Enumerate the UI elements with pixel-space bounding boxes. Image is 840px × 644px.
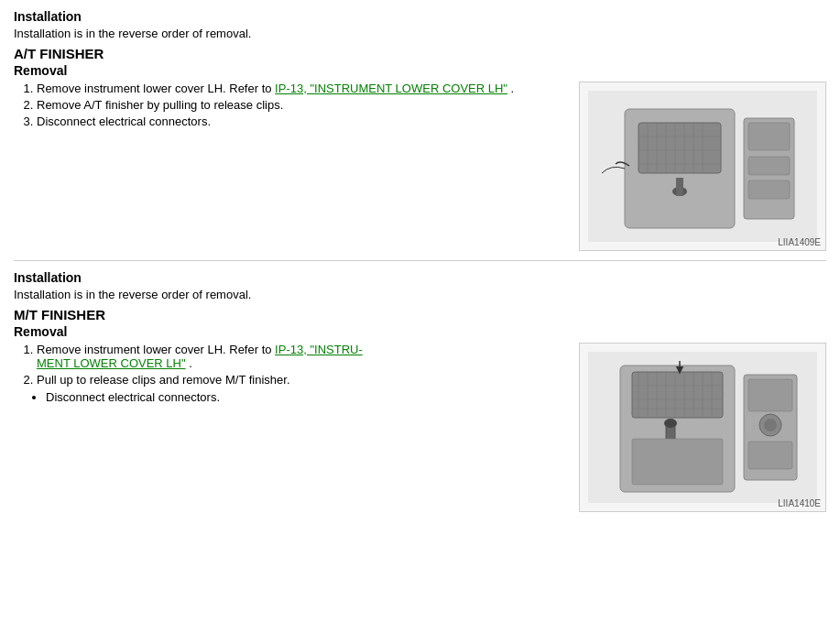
svg-point-35 (664, 419, 677, 428)
mt-image-label: LIIA1410E (778, 498, 821, 508)
mt-installation-desc: Installation is in the reverse order of … (14, 288, 826, 301)
mt-diagram-box: LIIA1410E (579, 343, 826, 512)
svg-rect-16 (748, 123, 790, 150)
svg-rect-18 (748, 180, 790, 199)
at-link-1[interactable]: IP-13, "INSTRUMENT LOWER COVER LH" (275, 82, 507, 95)
mt-installation-title: Installation (14, 270, 826, 285)
at-image-label: LIIA1409E (778, 237, 821, 247)
mt-steps-list: Remove instrument lower cover LH. Refer … (14, 343, 570, 387)
at-text-column: Remove instrument lower cover LH. Refer … (14, 82, 570, 251)
at-diagram-box: LIIA1409E (579, 82, 826, 251)
at-step-2: Remove A/T finisher by pulling to releas… (37, 98, 570, 112)
at-finisher-title: A/T FINISHER (14, 46, 826, 61)
mt-step-2: Pull up to release clips and remove M/T … (37, 373, 570, 387)
svg-rect-2 (638, 123, 721, 173)
mt-finisher-section: Installation Installation is in the reve… (14, 270, 826, 512)
mt-bullet-list: Disconnect electrical connectors. (14, 390, 570, 404)
at-diagram-svg (588, 91, 817, 242)
mt-bullet-1: Disconnect electrical connectors. (46, 390, 570, 404)
mt-diagram-svg (588, 352, 817, 503)
mt-finisher-title: M/T FINISHER (14, 307, 826, 322)
svg-rect-41 (748, 442, 792, 469)
at-removal-title: Removal (14, 63, 826, 78)
mt-image-column: LIIA1410E (579, 343, 826, 512)
svg-rect-21 (632, 372, 723, 418)
divider-1 (14, 260, 826, 261)
at-finisher-section: Installation Installation is in the reve… (14, 9, 826, 251)
at-image-column: LIIA1409E (579, 82, 826, 251)
svg-rect-38 (748, 379, 792, 411)
mt-removal-title: Removal (14, 324, 826, 339)
mt-step-1: Remove instrument lower cover LH. Refer … (37, 343, 570, 370)
at-step-1: Remove instrument lower cover LH. Refer … (37, 82, 570, 95)
svg-rect-17 (748, 157, 790, 175)
at-step-3: Disconnect electrical connectors. (37, 115, 570, 128)
at-content-block: Remove instrument lower cover LH. Refer … (14, 82, 826, 251)
svg-rect-36 (632, 439, 723, 485)
at-installation-desc: Installation is in the reverse order of … (14, 27, 826, 40)
at-steps-list: Remove instrument lower cover LH. Refer … (14, 82, 570, 128)
mt-content-block: Remove instrument lower cover LH. Refer … (14, 343, 826, 512)
svg-rect-14 (676, 178, 683, 196)
at-installation-title: Installation (14, 9, 826, 24)
mt-text-column: Remove instrument lower cover LH. Refer … (14, 343, 570, 512)
svg-point-40 (764, 419, 777, 431)
